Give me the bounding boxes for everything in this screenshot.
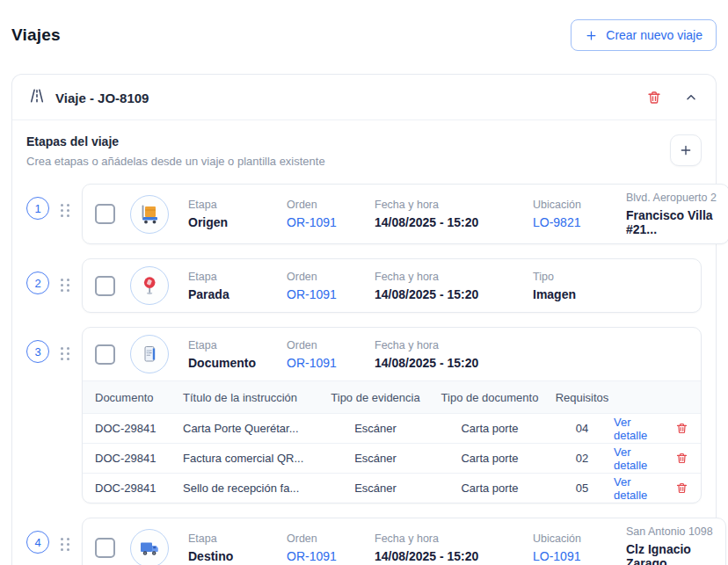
field-label: Orden xyxy=(287,199,353,211)
add-stage-button[interactable] xyxy=(670,134,702,166)
stage-main: Etapa Origen Orden OR-1091 Fecha y hora … xyxy=(83,185,728,243)
field-ubicacion: Ubicación LO-9821 xyxy=(533,199,605,229)
field-label: Etapa xyxy=(188,532,266,545)
field-direccion: San Antonio 1098 Clz Ignacio Zarago... xyxy=(626,525,713,565)
cell-tipo-documento: Carta porte xyxy=(429,422,550,435)
order-link[interactable]: OR-1091 xyxy=(287,356,353,370)
chevron-up-icon xyxy=(684,91,698,105)
location-link[interactable]: LO-1091 xyxy=(533,549,605,563)
col-header-documento: Documento xyxy=(95,391,183,404)
field-etapa: Etapa Documento xyxy=(188,339,266,370)
cell-documento: DOC-29841 xyxy=(95,422,183,435)
stage-main: Etapa Parada Orden OR-1091 Fecha y hora … xyxy=(83,259,701,312)
delete-document-button[interactable] xyxy=(675,452,688,465)
field-label: Tipo xyxy=(533,271,605,283)
stages-title: Etapas del viaje xyxy=(26,134,325,148)
field-value: Parada xyxy=(188,287,266,301)
stage-checkbox[interactable] xyxy=(95,276,115,296)
field-value: 14/08/2025 - 15:20 xyxy=(375,356,512,370)
field-value: Francisco Villa #21... xyxy=(626,208,717,236)
field-label: Etapa xyxy=(188,271,266,283)
col-header-tipo-documento: Tipo de documento xyxy=(429,391,550,404)
hand-truck-icon xyxy=(130,195,169,234)
delete-trip-button[interactable] xyxy=(644,88,664,107)
col-header-evidencia: Tipo de evidencia xyxy=(322,391,429,404)
field-fecha: Fecha y hora 14/08/2025 - 15:20 xyxy=(375,271,512,301)
stage-fields: Etapa Parada Orden OR-1091 Fecha y hora … xyxy=(188,271,688,301)
drag-handle[interactable] xyxy=(61,279,69,292)
field-label: Orden xyxy=(287,271,353,283)
document-row: DOC-29841 Factura comercial QR... Escáne… xyxy=(83,443,701,473)
delete-document-button[interactable] xyxy=(675,482,688,495)
create-trip-button[interactable]: Crear nuevo viaje xyxy=(571,19,717,51)
document-icon xyxy=(130,335,169,373)
location-link[interactable]: LO-9821 xyxy=(533,215,605,229)
field-label: San Antonio 1098 xyxy=(626,525,713,538)
col-header-requisitos: Requisitos xyxy=(550,391,614,404)
order-link[interactable]: OR-1091 xyxy=(287,287,353,301)
stage-number-badge: 3 xyxy=(26,340,49,363)
stage-row-destino: 4 xyxy=(26,518,702,565)
delete-document-button[interactable] xyxy=(675,422,688,435)
viajes-page: Viajes Crear nuevo viaje Viaje - JO-8109 xyxy=(0,0,728,565)
stage-main: Etapa Documento Orden OR-1091 Fecha y ho… xyxy=(83,328,701,380)
field-fecha: Fecha y hora 14/08/2025 - 15:20 xyxy=(375,532,512,563)
field-value: Clz Ignacio Zarago... xyxy=(626,542,713,565)
stop-pin-icon xyxy=(130,266,169,305)
field-value: Destino xyxy=(188,549,266,563)
cell-titulo: Carta Porte Querétar... xyxy=(183,422,322,435)
field-orden: Orden OR-1091 xyxy=(287,339,353,370)
stage-row-documento: 3 xyxy=(26,327,702,503)
stage-checkbox[interactable] xyxy=(95,344,115,365)
field-value: 14/08/2025 - 15:20 xyxy=(375,215,512,229)
collapse-trip-button[interactable] xyxy=(682,89,700,106)
stage-fields: Etapa Origen Orden OR-1091 Fecha y hora … xyxy=(188,192,717,236)
stage-number-badge: 2 xyxy=(26,272,49,294)
field-value: Origen xyxy=(188,215,266,229)
field-label: Orden xyxy=(287,532,353,545)
view-detail-link[interactable]: Ver detalle xyxy=(614,475,663,502)
plus-icon xyxy=(679,143,693,157)
document-row: DOC-29841 Carta Porte Querétar... Escáne… xyxy=(83,413,701,443)
field-label: Fecha y hora xyxy=(375,532,512,545)
drag-handle[interactable] xyxy=(61,347,69,360)
field-label: Blvd. Aeropuerto 2 xyxy=(626,192,717,204)
drag-handle[interactable] xyxy=(61,538,69,551)
document-row: DOC-29841 Sello de recepción fa... Escán… xyxy=(83,473,701,503)
stage-card: Etapa Destino Orden OR-1091 Fecha y hora… xyxy=(82,518,726,565)
create-trip-label: Crear nuevo viaje xyxy=(606,28,703,42)
stages-list: 1 xyxy=(12,171,716,565)
drag-handle[interactable] xyxy=(61,204,69,217)
page-title: Viajes xyxy=(11,25,61,45)
field-value: Documento xyxy=(188,356,266,370)
field-label: Etapa xyxy=(188,339,266,351)
stage-checkbox[interactable] xyxy=(95,204,115,224)
order-link[interactable]: OR-1091 xyxy=(287,215,353,229)
view-detail-link[interactable]: Ver detalle xyxy=(614,445,663,472)
stage-main: Etapa Destino Orden OR-1091 Fecha y hora… xyxy=(83,518,725,565)
field-label: Fecha y hora xyxy=(375,271,512,283)
field-label: Ubicación xyxy=(533,532,605,545)
stages-section-titles: Etapas del viaje Crea etapas o añádelas … xyxy=(26,134,325,168)
field-direccion: Blvd. Aeropuerto 2 Francisco Villa #21..… xyxy=(626,192,717,236)
field-ubicacion: Ubicación LO-1091 xyxy=(533,532,605,563)
stage-card: Etapa Origen Orden OR-1091 Fecha y hora … xyxy=(82,184,728,244)
documents-table-header: Documento Título de la instrucción Tipo … xyxy=(83,381,701,413)
field-value: 14/08/2025 - 15:20 xyxy=(375,287,512,301)
stages-subtitle: Crea etapas o añádelas desde un viaje o … xyxy=(26,155,325,168)
cell-tipo-documento: Carta porte xyxy=(429,482,550,495)
trip-card-header: Viaje - JO-8109 xyxy=(12,75,716,120)
stage-fields: Etapa Documento Orden OR-1091 Fecha y ho… xyxy=(188,339,688,370)
stage-row-origen: 1 xyxy=(26,184,702,244)
field-fecha: Fecha y hora 14/08/2025 - 15:20 xyxy=(375,339,512,370)
trip-card: Viaje - JO-8109 Etapas del viaje Crea et… xyxy=(11,74,717,565)
field-orden: Orden OR-1091 xyxy=(287,199,353,229)
field-etapa: Etapa Origen xyxy=(188,199,266,229)
order-link[interactable]: OR-1091 xyxy=(287,549,353,563)
field-orden: Orden OR-1091 xyxy=(287,532,353,563)
stage-checkbox[interactable] xyxy=(95,538,115,558)
cell-evidencia: Escáner xyxy=(322,422,429,435)
top-bar: Viajes Crear nuevo viaje xyxy=(11,0,717,51)
stage-card: Etapa Documento Orden OR-1091 Fecha y ho… xyxy=(82,327,702,503)
view-detail-link[interactable]: Ver detalle xyxy=(614,416,663,442)
